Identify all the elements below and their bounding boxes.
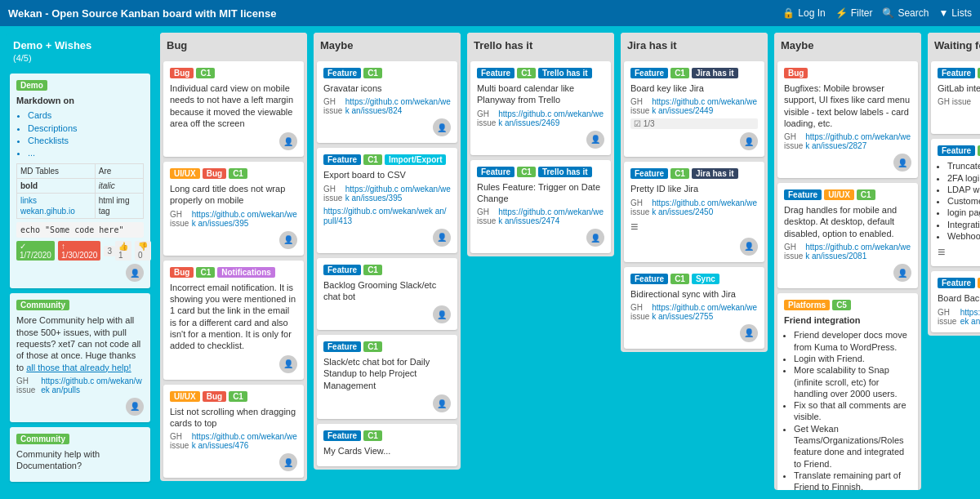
card-link-bug-2[interactable]: https://github.c om/wekan/wek an/issues/…: [192, 210, 297, 228]
gh-issue-label: GH issue: [784, 132, 805, 150]
card-waiting-2[interactable]: Feature C14+Sa Truncate/Scroll b... 2FA …: [931, 139, 980, 266]
tag-importexport: Import/Export: [385, 154, 447, 165]
card-link-maybe-2b[interactable]: https://github.c om/wekan/wek an/pull/41…: [323, 207, 447, 225]
card-link-maybe-2[interactable]: https://github.c om/wekan/wek an/issues/…: [345, 185, 451, 203]
tag-c1: C1: [670, 68, 689, 78]
card-waiting-1[interactable]: Feature C6 50 GitLab integration GH issu…: [931, 61, 980, 134]
avatar: 👤: [586, 131, 604, 149]
gh-issue-label: GH issue: [938, 97, 971, 106]
card-link-trello-1[interactable]: https://github.c om/wekan/wek an/issues/…: [498, 109, 604, 127]
column-header-demo-wishes: Demo + Wishes(4/5): [7, 33, 154, 70]
avatar: 👤: [279, 231, 297, 249]
tag-feature: Feature: [323, 341, 361, 352]
card-bug-2[interactable]: UI/UX Bug C1 Long card title does not wr…: [163, 162, 304, 256]
gh-issue-label: GH issue: [477, 207, 498, 225]
tag-c1: C1: [229, 391, 247, 402]
gh-issue-label: GH issue: [170, 432, 192, 450]
card-title-maybe-4: Slack/etc chat bot for Daily Standup to …: [323, 356, 451, 391]
card-title-jira-3: Bidirectional sync with Jira: [630, 288, 758, 300]
card-bug-1[interactable]: Bug C1 Individual card view on mobile ne…: [163, 61, 304, 157]
tag-bug: Bug: [203, 168, 226, 179]
card-link-jira-1[interactable]: https://github.c om/wekan/wek an/issues/…: [652, 97, 758, 115]
tag-trellohasit: Trello has it: [538, 68, 592, 78]
tag-feature: Feature: [323, 154, 361, 165]
card-maybe-5[interactable]: Feature C1 My Cards View...: [317, 424, 457, 466]
search-icon: 🔍: [882, 7, 894, 19]
avatar: 👤: [893, 264, 911, 282]
card-bug-3[interactable]: Bug C1 Notifications Incorrect email not…: [163, 261, 304, 380]
card-maybe2-3[interactable]: Platforms C5 Friend integration Friend d…: [777, 293, 918, 490]
card-title-waiting-2: Truncate/Scroll b... 2FA login for clie.…: [938, 160, 980, 242]
search-button[interactable]: 🔍 Search: [882, 7, 929, 19]
card-maybe-3[interactable]: Feature C1 Backlog Grooming Slack/etc ch…: [317, 258, 457, 331]
card-title-maybe2-3: Friend integration Friend developer docs…: [784, 314, 911, 490]
card-link-maybe2-1[interactable]: https://github.c om/wekan/wek an/issues/…: [805, 132, 911, 150]
card-maybe-4[interactable]: Feature C1 Slack/etc chat bot for Daily …: [317, 335, 457, 419]
board: Demo + Wishes(4/5) Demo Markdown on Card…: [0, 26, 980, 499]
card-title-bug-1: Individual card view on mobile needs to …: [170, 82, 297, 129]
card-jira-2[interactable]: Feature C1 Jira has it Pretty ID like Ji…: [624, 162, 764, 261]
tag-feature: Feature: [938, 145, 975, 156]
card-title-community-2: Community help with Documentation?: [16, 448, 144, 472]
card-maybe2-1[interactable]: Bug Bugfixes: Mobile browser support, UI…: [777, 61, 918, 178]
card-maybe-2[interactable]: Feature C1 Import/Export Export board to…: [317, 148, 457, 252]
tag-uiux: UI/UX: [824, 189, 854, 200]
card-markdown[interactable]: Demo Markdown on Cards Descriptions Chec…: [10, 74, 150, 288]
avatar: 👤: [433, 229, 451, 247]
card-title-jira-2: Pretty ID like Jira: [630, 183, 758, 194]
card-title-bug-4: List not scrolling when dragging cards t…: [170, 406, 297, 430]
tag-c1: C1: [517, 167, 536, 177]
tag-c1: C1: [196, 267, 215, 278]
login-button[interactable]: 🔒 Log In: [782, 7, 825, 19]
card-title-markdown: Markdown on Cards Descriptions Checklist…: [16, 95, 144, 238]
card-link-jira-3[interactable]: https://github.c om/wekan/wek an/issues/…: [652, 303, 758, 321]
avatar: 👤: [279, 355, 297, 373]
column-header-maybe-2: Maybe: [774, 33, 921, 58]
card-link-maybe2-2[interactable]: https://github.c om/wekan/wek an/issues/…: [805, 243, 911, 261]
avatar: 👤: [433, 305, 451, 323]
login-icon: 🔒: [782, 7, 795, 19]
card-community-1[interactable]: Community More Community help with all t…: [10, 293, 150, 421]
column-header-bug: Bug: [160, 33, 307, 58]
column-waiting: Waiting for funding Feature C6 50 GitLab…: [928, 33, 980, 336]
card-title-maybe-2: Export board to CSV: [323, 169, 451, 180]
card-title-maybe2-1: Bugfixes: Mobile browser support, UI fix…: [784, 82, 911, 129]
avatar: 👤: [433, 394, 451, 412]
count-badge: 3: [104, 246, 115, 256]
card-jira-3[interactable]: Feature C1 Sync Bidirectional sync with …: [624, 267, 764, 349]
filter-button[interactable]: ⚡ Filter: [835, 7, 873, 19]
card-trello-2[interactable]: Feature C1 Trello has it Rules Feature: …: [470, 160, 611, 254]
card-waiting-3[interactable]: Feature UI/UX Board Background ! GH issu…: [931, 271, 980, 332]
card-jira-1[interactable]: Feature C1 Jira has it Board key like Ji…: [624, 61, 764, 157]
card-maybe-1[interactable]: Feature C1 Gravatar icons GH issue https…: [317, 61, 457, 143]
checklist-badge: ☑ 1/3: [630, 118, 758, 129]
card-community-2[interactable]: Community Community help with Documentat…: [10, 427, 150, 482]
tag-c1: C1: [363, 430, 382, 441]
date-badge-end: ↑ 1/30/2020: [58, 241, 101, 261]
tag-uiux: UI/UX: [170, 168, 200, 179]
card-link-waiting-3[interactable]: https://github.c om/wekan/wek an/issues/…: [960, 308, 980, 326]
card-link-bug-4[interactable]: https://github.c om/wekan/wek an/issues/…: [192, 432, 297, 450]
card-link-community-1[interactable]: https://github.c om/wekan/wek an/pulls: [41, 376, 144, 394]
card-maybe2-2[interactable]: Feature UI/UX C1 Drag handles for mobile…: [777, 183, 918, 288]
card-link-maybe-1[interactable]: https://github.c om/wekan/wek an/issues/…: [345, 97, 451, 115]
card-bug-4[interactable]: UI/UX Bug C1 List not scrolling when dra…: [163, 385, 304, 479]
tag-feature: Feature: [784, 189, 822, 200]
column-trello: Trello has it Feature C1 Trello has it M…: [467, 33, 614, 256]
tag-feature: Feature: [323, 430, 361, 441]
filter-icon: ⚡: [835, 7, 848, 19]
avatar: 👤: [740, 238, 758, 256]
tag-uiux: UI/UX: [170, 391, 200, 402]
tag-feature: Feature: [630, 168, 668, 179]
tag-c1: C1: [670, 168, 689, 179]
card-link-jira-2[interactable]: https://github.c om/wekan/wek an/issues/…: [652, 198, 758, 216]
lists-button[interactable]: ▼ Lists: [938, 7, 972, 19]
gh-issue-label: GH issue: [630, 198, 652, 216]
gh-issue-label: GH issue: [630, 97, 652, 115]
card-trello-1[interactable]: Feature C1 Trello has it Multi board cal…: [470, 61, 611, 155]
tag-feature: Feature: [477, 68, 514, 78]
thumb-up-badge: 👍 1: [115, 241, 131, 261]
card-link-trello-2[interactable]: https://github.c om/wekan/wek an/issues/…: [498, 207, 604, 225]
tag-feature: Feature: [630, 274, 668, 284]
tag-feature: Feature: [938, 68, 975, 78]
